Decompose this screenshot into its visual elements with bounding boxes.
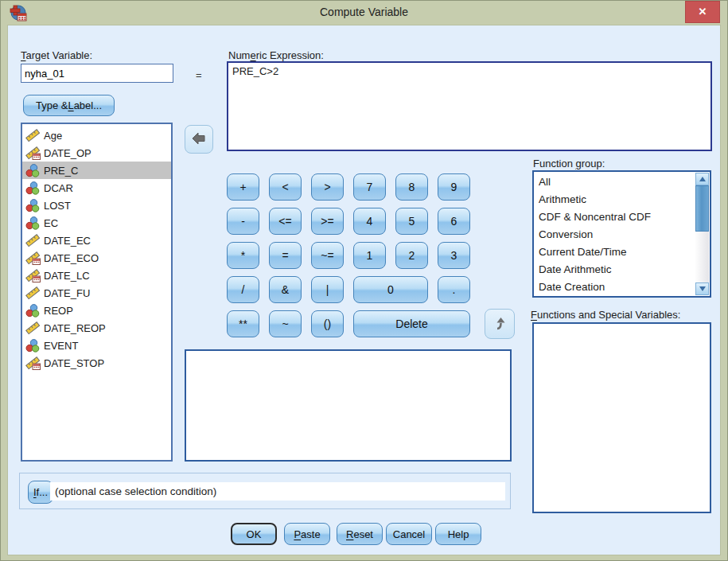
equals-sign: = xyxy=(196,69,202,81)
keypad-key[interactable]: / xyxy=(227,276,259,303)
date-icon xyxy=(25,146,41,160)
date-icon xyxy=(25,269,41,282)
variable-list-item[interactable]: PRE_C xyxy=(22,162,171,179)
nominal-icon xyxy=(25,199,41,212)
insert-function-button[interactable] xyxy=(485,309,515,339)
nominal-icon xyxy=(25,304,41,318)
list-item[interactable]: Arithmetic xyxy=(534,191,695,208)
triangle-down-icon xyxy=(699,286,706,291)
functions-special-variables-label: Functions and Special Variables: xyxy=(531,309,680,321)
keypad-key[interactable]: - xyxy=(227,208,259,235)
list-item[interactable]: Current Date/Time xyxy=(534,243,695,261)
scroll-up-button[interactable] xyxy=(695,173,709,185)
variable-list-item[interactable]: DATE_ECO xyxy=(22,249,171,267)
function-description-box xyxy=(185,349,512,462)
keypad-key[interactable]: () xyxy=(311,310,344,337)
scroll-down-button[interactable] xyxy=(695,282,709,295)
scale-icon xyxy=(25,321,41,335)
list-item[interactable]: All xyxy=(534,173,695,191)
keypad-key[interactable]: ** xyxy=(227,310,259,337)
if-condition-panel: If... (optional case selection condition… xyxy=(19,473,511,509)
arrow-up-icon xyxy=(492,315,508,333)
ok-button[interactable]: OK xyxy=(231,523,277,545)
scroll-track[interactable] xyxy=(695,232,709,282)
numeric-expression-input[interactable]: PRE_C>2 xyxy=(227,61,712,151)
help-button[interactable]: Help xyxy=(435,523,481,545)
keypad-key[interactable]: * xyxy=(227,242,259,269)
keypad-key[interactable]: 1 xyxy=(353,242,386,269)
variable-list-item[interactable]: DATE_EC xyxy=(22,232,171,249)
keypad-key[interactable]: | xyxy=(311,276,344,303)
dialog-body: Target Variable: = Type & Label... Age D… xyxy=(7,25,721,555)
type-label-button[interactable]: Type & Label... xyxy=(23,95,115,116)
keypad-key[interactable]: + xyxy=(227,173,259,201)
nominal-icon xyxy=(25,339,41,353)
keypad-key[interactable]: ~ xyxy=(269,310,302,337)
variable-list-item[interactable]: Age xyxy=(22,127,171,144)
keypad-key[interactable]: . xyxy=(438,276,470,303)
keypad-key[interactable]: 8 xyxy=(395,173,428,201)
triangle-up-icon xyxy=(699,177,706,181)
arrow-left-icon xyxy=(190,131,208,149)
keypad-key[interactable]: 0 xyxy=(353,276,428,303)
nominal-icon xyxy=(25,164,41,177)
list-item[interactable]: CDF & Noncentral CDF xyxy=(534,208,695,226)
variable-list-item[interactable]: DATE_FU xyxy=(22,284,171,302)
function-group-label: Function group: xyxy=(533,158,605,169)
calculator-keypad: + < > 7 8 9 - <= >= 4 5 6 * = ~= 1 2 3 /… xyxy=(227,173,470,337)
keypad-key[interactable]: > xyxy=(311,173,344,201)
nominal-icon xyxy=(25,181,41,195)
function-group-list[interactable]: All Arithmetic CDF & Noncentral CDF Conv… xyxy=(532,170,711,298)
scroll-thumb[interactable] xyxy=(695,185,709,232)
list-item[interactable]: Date Arithmetic xyxy=(534,261,695,279)
variable-list-item[interactable]: REOP xyxy=(22,302,171,319)
keypad-key[interactable]: 2 xyxy=(395,242,428,269)
variable-list-item[interactable]: DATE_LC xyxy=(22,267,171,284)
transfer-variable-button[interactable] xyxy=(185,125,213,154)
variable-list-item[interactable]: DATE_OP xyxy=(22,144,171,162)
functions-special-variables-list[interactable] xyxy=(532,322,711,513)
target-variable-input[interactable] xyxy=(21,64,173,83)
keypad-key[interactable]: 7 xyxy=(353,173,386,201)
variable-list-item[interactable]: LOST xyxy=(22,197,171,214)
keypad-key[interactable]: 4 xyxy=(353,208,386,235)
close-button[interactable]: ✕ xyxy=(685,1,720,23)
keypad-key[interactable]: 6 xyxy=(438,208,470,235)
keypad-key[interactable]: & xyxy=(269,276,302,303)
variable-list[interactable]: Age DATE_OP PRE_C DCAR LOST EC DATE_EC D… xyxy=(21,123,173,462)
scale-icon xyxy=(25,234,41,247)
paste-button[interactable]: Paste xyxy=(284,523,330,545)
keypad-key[interactable]: < xyxy=(269,173,302,201)
window-title: Compute Variable xyxy=(1,6,727,18)
nominal-icon xyxy=(25,216,41,230)
scrollbar[interactable] xyxy=(695,173,709,295)
reset-button[interactable]: Reset xyxy=(337,523,383,545)
titlebar[interactable]: Compute Variable ✕ xyxy=(1,1,727,25)
compute-variable-dialog: Compute Variable ✕ Target Variable: = Ty… xyxy=(0,0,728,561)
keypad-key[interactable]: ~= xyxy=(311,242,344,269)
numeric-expression-label: Numeric Expression: xyxy=(228,49,324,61)
variable-list-item[interactable]: DATE_STOP xyxy=(22,354,171,372)
cancel-button[interactable]: Cancel xyxy=(386,523,432,545)
scale-icon xyxy=(25,129,41,142)
variable-list-item[interactable]: DCAR xyxy=(22,179,171,197)
keypad-key[interactable]: Delete xyxy=(353,310,470,337)
if-condition-hint: (optional case selection condition) xyxy=(50,482,505,501)
date-icon xyxy=(25,356,41,370)
scale-icon xyxy=(25,286,41,300)
date-icon xyxy=(25,251,41,265)
list-item[interactable]: Date Creation xyxy=(534,279,695,296)
keypad-key[interactable]: >= xyxy=(311,208,344,235)
target-variable-label: Target Variable: xyxy=(21,49,92,61)
keypad-key[interactable]: 9 xyxy=(438,173,470,201)
keypad-key[interactable]: 3 xyxy=(438,242,470,269)
keypad-key[interactable]: <= xyxy=(269,208,302,235)
list-item[interactable]: Conversion xyxy=(534,226,695,243)
keypad-key[interactable]: = xyxy=(269,242,302,269)
variable-list-item[interactable]: EVENT xyxy=(22,337,171,354)
variable-list-item[interactable]: EC xyxy=(22,214,171,232)
variable-list-item[interactable]: DATE_REOP xyxy=(22,319,171,337)
keypad-key[interactable]: 5 xyxy=(395,208,428,235)
